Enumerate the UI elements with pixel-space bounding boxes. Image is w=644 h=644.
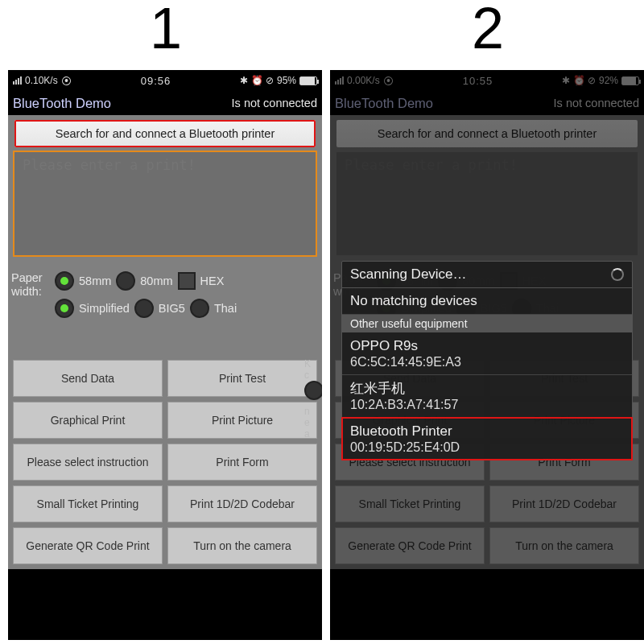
print-text-input[interactable] <box>336 152 638 255</box>
phone-screenshot-1: 0.10K/s ⦿ 09:56 ✱ ⏰ ⊘ 95% BlueTooth Demo… <box>8 70 322 640</box>
checkbox-hex-label: HEX <box>200 275 225 287</box>
app-title-bar: BlueTooth Demo Is not connected <box>330 91 644 115</box>
radio-58mm-label: 58mm <box>79 275 111 287</box>
device-item-printer[interactable]: Bluetooth Printer 00:19:5D:25:E4:0D <box>342 418 632 460</box>
device-mac: 00:19:5D:25:E4:0D <box>350 440 624 455</box>
camera-button[interactable]: Turn on the camera <box>489 527 639 564</box>
battery-icon <box>299 76 317 85</box>
phone-screenshot-2: 0.00K/s ⦿ 10:55 ✱ ⏰ ⊘ 92% BlueTooth Demo… <box>330 70 644 640</box>
print-text-input[interactable] <box>14 152 316 255</box>
connection-status: Is not connected <box>554 97 639 109</box>
small-ticket-button[interactable]: Small Ticket Printing <box>335 485 485 522</box>
app-title: BlueTooth Demo <box>13 96 111 111</box>
dialog-no-match: No matching devices <box>342 288 632 315</box>
status-bar: 0.00K/s ⦿ 10:55 ✱ ⏰ ⊘ 92% <box>330 70 644 91</box>
device-mac: 10:2A:B3:A7:41:57 <box>350 398 624 412</box>
clock: 10:55 <box>463 75 493 87</box>
search-row: Search for and connect a Bluetooth print… <box>330 115 644 152</box>
step-number-2: 2 <box>472 0 504 61</box>
app-title-bar: BlueTooth Demo Is not connected <box>8 91 322 115</box>
radio-thai-label: Thai <box>214 302 237 315</box>
app-title: BlueTooth Demo <box>335 96 433 111</box>
signal-icon <box>335 76 344 85</box>
radio-big5[interactable] <box>134 299 154 318</box>
signal-icon <box>13 76 22 85</box>
paper-width-row: Paper width: 58mm 80mm HEX Simplified BI… <box>8 265 322 324</box>
status-icons: ✱ ⏰ ⊘ <box>562 75 596 86</box>
wifi-icon: ⦿ <box>383 75 394 87</box>
codebar-button[interactable]: Print 1D/2D Codebar <box>489 485 639 522</box>
checkbox-hex[interactable] <box>178 272 196 290</box>
dialog-section-header: Other useful equipment <box>342 315 632 332</box>
radio-side[interactable] <box>304 381 322 400</box>
device-name: OPPO R9s <box>350 337 624 355</box>
device-name: Bluetooth Printer <box>350 423 624 440</box>
device-mac: 6C:5C:14:45:9E:A3 <box>350 355 624 369</box>
radio-simplified[interactable] <box>55 299 74 318</box>
camera-button[interactable]: Turn on the camera <box>167 527 317 564</box>
qr-button[interactable]: Generate QR Code Print <box>335 527 485 564</box>
select-instruction-button[interactable]: Please select instruction <box>13 444 163 481</box>
net-speed: 0.00K/s <box>347 75 380 86</box>
battery-percent: 95% <box>277 75 296 86</box>
battery-percent: 92% <box>599 75 618 86</box>
battery-icon <box>621 76 639 85</box>
device-item-oppo[interactable]: OPPO R9s 6C:5C:14:45:9E:A3 <box>342 332 632 375</box>
connection-status: Is not connected <box>232 97 317 109</box>
radio-80mm-label: 80mm <box>140 275 172 287</box>
paper-width-label: Paper width: <box>11 271 50 299</box>
device-name: 红米手机 <box>350 380 624 398</box>
print-picture-button[interactable]: Print Picture <box>167 402 317 439</box>
graphical-print-button[interactable]: Graphical Print <box>13 402 163 439</box>
truncated-side-text: Kc nea <box>304 358 320 440</box>
send-data-button[interactable]: Send Data <box>13 360 163 397</box>
status-bar: 0.10K/s ⦿ 09:56 ✱ ⏰ ⊘ 95% <box>8 70 322 91</box>
clock: 09:56 <box>141 75 171 87</box>
radio-simplified-label: Simplified <box>79 302 130 315</box>
step-number-1: 1 <box>150 0 182 61</box>
radio-58mm[interactable] <box>55 271 74 291</box>
textarea-wrap <box>330 152 644 265</box>
search-row: Search for and connect a Bluetooth print… <box>8 115 322 152</box>
search-printer-button[interactable]: Search for and connect a Bluetooth print… <box>336 120 638 147</box>
status-icons: ✱ ⏰ ⊘ <box>240 75 274 86</box>
button-grid: Send Data Print Test Graphical Print Pri… <box>8 355 322 569</box>
spinner-icon <box>611 268 624 281</box>
wifi-icon: ⦿ <box>61 75 72 87</box>
codebar-button[interactable]: Print 1D/2D Codebar <box>167 485 317 522</box>
net-speed: 0.10K/s <box>25 75 58 86</box>
textarea-wrap <box>8 152 322 265</box>
radio-thai[interactable] <box>190 299 209 318</box>
device-item-redmi[interactable]: 红米手机 10:2A:B3:A7:41:57 <box>342 375 632 418</box>
scan-dialog: Scanning Device… No matching devices Oth… <box>341 261 633 460</box>
dialog-title: Scanning Device… <box>350 266 467 283</box>
radio-big5-label: BIG5 <box>159 302 185 315</box>
radio-80mm[interactable] <box>116 271 135 291</box>
print-test-button[interactable]: Print Test <box>167 360 317 397</box>
search-printer-button[interactable]: Search for and connect a Bluetooth print… <box>14 120 316 147</box>
small-ticket-button[interactable]: Small Ticket Printing <box>13 485 163 522</box>
print-form-button[interactable]: Print Form <box>167 444 317 481</box>
qr-button[interactable]: Generate QR Code Print <box>13 527 163 564</box>
